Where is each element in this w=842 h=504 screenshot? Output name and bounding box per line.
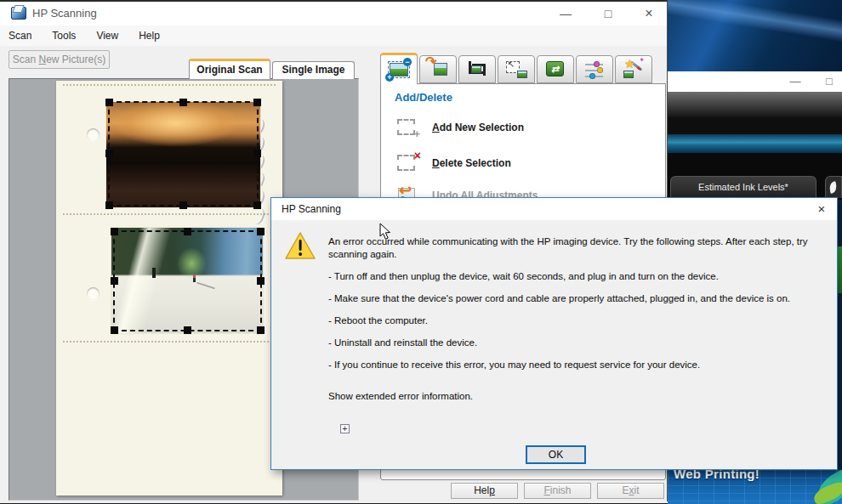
album-stitch-bottom xyxy=(63,341,276,343)
resize-handle[interactable] xyxy=(257,228,265,235)
exit-button[interactable]: Exit xyxy=(597,483,664,499)
extended-error-label: Show extended error information. xyxy=(328,390,820,403)
menu-scan[interactable]: Scan xyxy=(9,30,31,42)
dialog-close-icon[interactable]: × xyxy=(811,198,832,220)
album-stitch-top xyxy=(63,84,276,86)
solution-center-blue-band xyxy=(668,134,842,153)
error-line: - Turn off and then unplug the device, w… xyxy=(328,270,820,283)
titlebar: HP Scanning — □ × xyxy=(0,2,667,25)
error-line: - Reboot the computer. xyxy=(328,314,820,327)
album-stitch-middle xyxy=(63,213,276,215)
add-delete-selection-icon: − + xyxy=(388,61,410,79)
close-button[interactable]: × xyxy=(634,2,663,25)
resize-handle[interactable] xyxy=(111,326,118,334)
tool-tab-auto-enhance[interactable]: ★ ✦ ✦ xyxy=(615,55,652,83)
expand-details-toggle[interactable]: + xyxy=(340,424,350,433)
binder-hole xyxy=(87,287,100,300)
menu-tools[interactable]: Tools xyxy=(52,30,76,42)
ok-button[interactable]: OK xyxy=(526,445,586,464)
resize-handle[interactable] xyxy=(184,326,191,334)
tool-tab-add-delete-selection[interactable]: − + xyxy=(380,53,418,84)
resize-handle[interactable] xyxy=(257,277,265,285)
hp-scanning-error-dialog: HP Scanning × An error occurred while co… xyxy=(270,197,838,470)
resize-handle[interactable] xyxy=(105,150,113,157)
error-message-block: An error occurred while communicating wi… xyxy=(328,235,820,412)
tool-tab-rotate-image[interactable]: ↷ xyxy=(419,55,457,83)
selection-box-ski[interactable] xyxy=(113,230,262,331)
resize-handle[interactable] xyxy=(179,201,187,209)
delete-selection-icon: × xyxy=(396,152,420,174)
resize-handle[interactable] xyxy=(253,201,261,209)
tool-tab-color-adjustments[interactable] xyxy=(576,55,613,83)
crop-icon xyxy=(466,60,488,78)
selection-box-sunset[interactable] xyxy=(108,101,259,207)
menu-help[interactable]: Help xyxy=(139,30,160,42)
web-printing-text: Web Printing! xyxy=(674,470,760,481)
hp-scanner-app-icon xyxy=(11,7,26,20)
tab-single-image[interactable]: Single Image xyxy=(272,61,355,79)
solution-center-header xyxy=(668,92,842,117)
tool-tab-crop-image[interactable] xyxy=(458,55,496,83)
resize-handle[interactable] xyxy=(179,99,187,106)
resize-handle[interactable] xyxy=(111,277,118,285)
maximize-button[interactable]: □ xyxy=(594,2,623,25)
shopping-leaf-button[interactable] xyxy=(825,176,842,198)
mouse-cursor xyxy=(379,223,393,245)
tab-original-scan[interactable]: Original Scan xyxy=(189,59,270,79)
add-new-selection-item[interactable]: + Add New Selection xyxy=(396,113,524,142)
resize-handle[interactable] xyxy=(105,201,113,209)
add-selection-icon: + xyxy=(396,116,420,139)
desktop-wallpaper xyxy=(668,0,842,71)
error-line: - Make sure that the device's power cord… xyxy=(328,292,820,305)
color-adjustments-icon xyxy=(583,60,606,78)
estimated-ink-levels-button[interactable]: Estimated Ink Levels* xyxy=(670,176,816,198)
delete-selection-item[interactable]: × Delete Selection xyxy=(396,149,511,178)
minimize-button[interactable]: — xyxy=(551,2,580,25)
finish-button[interactable]: Finish xyxy=(524,483,591,499)
wallpaper-light-beam xyxy=(642,0,842,50)
menu-bar: Scan Tools View Help xyxy=(0,25,667,46)
tool-tabs: − + ↷ ↖ ⇄ xyxy=(380,53,652,84)
panel-title: Add/Delete xyxy=(395,91,452,104)
bg-maximize-button[interactable]: □ xyxy=(818,71,840,92)
error-line: - Uninstall and reinstall the device. xyxy=(328,337,820,349)
resize-handle[interactable] xyxy=(253,150,261,157)
binder-hole xyxy=(87,128,100,141)
dialog-titlebar: HP Scanning × xyxy=(271,198,837,220)
error-line: - If you continue to receive this error,… xyxy=(328,359,820,371)
warning-icon xyxy=(285,232,316,263)
resize-handle[interactable] xyxy=(111,228,118,235)
help-button[interactable]: Help xyxy=(451,483,518,499)
error-line: An error occurred while communicating wi… xyxy=(328,235,820,261)
window-title: HP Scanning xyxy=(32,7,97,20)
rotate-image-icon: ↷ xyxy=(427,60,449,78)
background-window-titlebar: — □ xyxy=(668,71,842,92)
resize-selection-icon: ↖ xyxy=(505,60,527,78)
bg-minimize-button[interactable]: — xyxy=(784,71,806,92)
solution-center-band xyxy=(668,117,842,134)
auto-enhance-icon: ★ ✦ ✦ xyxy=(623,60,645,78)
resize-handle[interactable] xyxy=(257,326,265,334)
resize-handle[interactable] xyxy=(184,228,191,235)
menu-view[interactable]: View xyxy=(96,30,118,42)
resize-handle[interactable] xyxy=(253,99,261,106)
resize-handle[interactable] xyxy=(105,99,113,106)
mirror-flip-icon: ⇄ xyxy=(544,60,566,78)
desktop-bottom-banner: Web Printing! xyxy=(668,470,842,504)
scan-new-pictures-button[interactable]: Scan New Picture(s) xyxy=(9,50,110,69)
tool-tab-mirror-flip[interactable]: ⇄ xyxy=(537,55,574,83)
dialog-title: HP Scanning xyxy=(282,203,341,215)
leaf-icon xyxy=(828,181,838,194)
tool-tab-resize-selection[interactable]: ↖ xyxy=(498,55,535,83)
